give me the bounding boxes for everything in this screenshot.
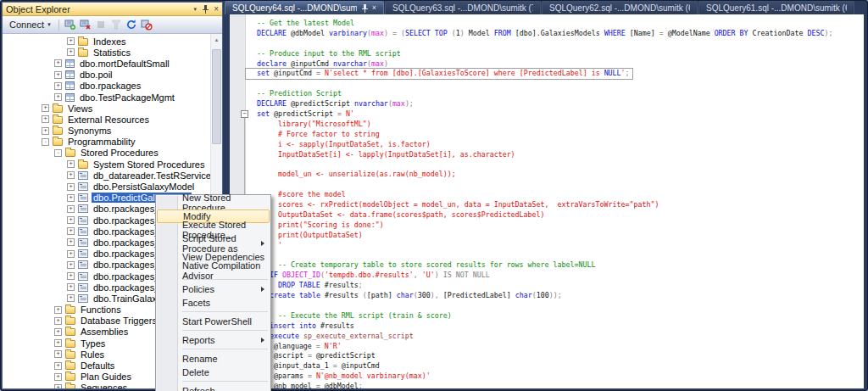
expand-icon[interactable]: + [67, 250, 75, 258]
menu-item-policies[interactable]: Policies [157, 282, 270, 296]
code-line: model_un <- unserialize(as.raw(nb_model)… [246, 170, 864, 180]
tree-item-dbo-rpackages[interactable]: +dbo.rpackages [3, 81, 222, 92]
expand-icon[interactable]: + [67, 216, 75, 224]
scrollbar-thumb[interactable] [212, 49, 221, 144]
refresh-icon[interactable] [125, 18, 138, 31]
table-icon [65, 70, 75, 79]
folder-icon [78, 49, 88, 57]
tree-item-label: dbo.rpackages_ [92, 215, 161, 226]
expand-icon[interactable]: + [67, 171, 75, 179]
tree-item-label: dbo.rpackages_ [92, 226, 161, 237]
close-icon[interactable]: × [372, 4, 376, 12]
expand-icon[interactable]: + [42, 115, 49, 123]
tab-sqlquery61-sql[interactable]: SQLQuery61.sql -...DMOND\sumitk (67)) [698, 1, 854, 14]
menu-item-delete[interactable]: Delete [157, 366, 270, 379]
tree-item-label: Defaults [79, 360, 116, 371]
expand-icon[interactable]: + [54, 339, 62, 347]
ssms-window: Object Explorer ▼ × Connect ▼ [0, 0, 868, 391]
menu-item-start-powershell[interactable]: Start PowerShell [157, 315, 270, 328]
sproc-icon [78, 260, 88, 269]
stop-query-icon[interactable] [140, 18, 153, 31]
tree-item-dbo-persistgalaxymodel[interactable]: +dbo.PersistGalaxyModel [3, 181, 222, 192]
tree-item-synonyms[interactable]: +Synonyms [3, 126, 222, 137]
disconnect-server-icon[interactable] [79, 18, 92, 31]
tree-item-dbo-poil[interactable]: +dbo.poil [3, 70, 222, 81]
expand-icon[interactable]: + [67, 48, 75, 56]
folder-icon [65, 328, 75, 336]
menu-item-native-compilation-advisor[interactable]: Native Compilation Advisor [157, 264, 270, 277]
tree-item-label: Plan Guides [79, 371, 133, 382]
expand-icon[interactable]: + [54, 328, 62, 336]
expand-icon[interactable]: + [67, 227, 75, 235]
expand-icon[interactable]: + [54, 71, 62, 79]
stop-icon[interactable] [94, 18, 108, 31]
tree-item-programmability[interactable]: -Programmability [3, 137, 222, 148]
expand-icon[interactable]: + [54, 306, 62, 314]
sql-editor[interactable]: − -- Get the latest ModelDECLARE @dbMode… [230, 14, 864, 388]
collapse-icon[interactable]: - [42, 138, 49, 146]
tree-item-label: dbo.rpackages_ [92, 237, 161, 248]
tree-item-external-resources[interactable]: +External Resources [3, 114, 222, 125]
expand-icon[interactable]: + [54, 82, 62, 90]
expand-icon[interactable]: + [42, 127, 49, 135]
menu-item-facets[interactable]: Facets [157, 296, 270, 310]
tree-item-dbo-testpackagemgmt[interactable]: +dbo.TestPackageMgmt [3, 92, 222, 103]
tab-sqlquery62-sql[interactable]: SQLQuery62.sql -...DMOND\sumitk (69)) [542, 1, 698, 14]
tree-item-dbo-mortdefaultsmall[interactable]: +dbo.mortDefaultSmall [3, 58, 222, 69]
expand-icon[interactable]: + [67, 194, 75, 202]
expand-icon[interactable]: + [67, 183, 75, 191]
expand-icon[interactable]: + [54, 362, 62, 370]
code-line: insert into #results [246, 321, 864, 332]
tree-item-label: dbo.rpackages_ [92, 249, 161, 259]
tab-label: SQLQuery61.sql -...DMOND\sumitk (67)) [706, 3, 847, 13]
menu-item-rename[interactable]: Rename [157, 352, 270, 366]
code-line: DROP TABLE #results; [246, 281, 864, 291]
close-icon[interactable]: × [214, 5, 219, 14]
tree-item-statistics[interactable]: +Statistics [3, 47, 222, 58]
pin-icon[interactable] [203, 5, 209, 14]
expand-icon[interactable]: + [54, 59, 62, 67]
expand-icon[interactable]: + [42, 104, 49, 112]
expand-icon[interactable]: + [67, 261, 75, 269]
expand-icon[interactable]: + [54, 373, 62, 381]
tree-item-label: Database Triggers [79, 316, 159, 326]
collapse-region-icon[interactable]: − [241, 110, 248, 118]
tab-label: SQLQuery64.sql -...DMOND\sumitk (78)) [232, 3, 357, 13]
tree-item-label: dbo.rpackages_ [92, 204, 161, 214]
expand-icon[interactable]: + [67, 37, 75, 45]
menu-item-script-stored-procedure-as[interactable]: Script Stored Procedure as [157, 237, 270, 250]
sproc-icon [78, 238, 88, 247]
menu-item-refresh[interactable]: Refresh [157, 384, 270, 391]
tab-sqlquery64-sql[interactable]: SQLQuery64.sql -...DMOND\sumitk (78))× [225, 1, 384, 14]
connect-server-icon[interactable] [64, 18, 77, 31]
tree-item-label: External Resources [66, 115, 151, 125]
tree-item-stored-procedures[interactable]: -Stored Procedures [3, 148, 222, 159]
tree-item-db-datareader-testrservices[interactable]: +db_datareader.TestRServices [3, 170, 222, 181]
connect-button[interactable]: Connect ▼ [6, 19, 55, 31]
tree-item-system-stored-procedures[interactable]: +System Stored Procedures [3, 159, 222, 170]
expand-icon[interactable]: + [67, 283, 75, 291]
expand-icon[interactable]: + [67, 205, 75, 213]
menu-separator [182, 311, 268, 312]
expand-icon[interactable]: + [67, 238, 75, 246]
filter-icon[interactable] [109, 18, 123, 31]
expand-icon[interactable]: + [67, 294, 75, 302]
expand-icon[interactable]: + [54, 93, 62, 101]
table-icon [65, 93, 75, 102]
expand-icon[interactable]: + [54, 350, 62, 358]
expand-icon[interactable]: + [54, 384, 62, 388]
code-line: @params = N'@nb_model varbinary(max)' [246, 371, 864, 382]
collapse-icon[interactable]: - [54, 149, 62, 157]
expand-icon[interactable]: + [67, 160, 75, 168]
menu-item-reports[interactable]: Reports [157, 333, 270, 347]
pin-icon[interactable] [362, 4, 368, 13]
expand-icon[interactable]: + [54, 317, 62, 325]
tree-item-indexes[interactable]: +Indexes [3, 36, 222, 47]
expand-icon[interactable]: + [67, 272, 75, 280]
tree-item-views[interactable]: +Views [3, 103, 222, 114]
tab-sqlquery63-sql[interactable]: SQLQuery63.sql -...DMOND\sumitk (76)) [385, 1, 541, 14]
menu-item-new-stored-procedure[interactable]: New Stored Procedure... [157, 196, 270, 209]
window-position-icon[interactable]: ▼ [192, 7, 198, 12]
sproc-icon [78, 171, 88, 180]
scroll-up-icon[interactable]: ▲ [211, 34, 222, 45]
